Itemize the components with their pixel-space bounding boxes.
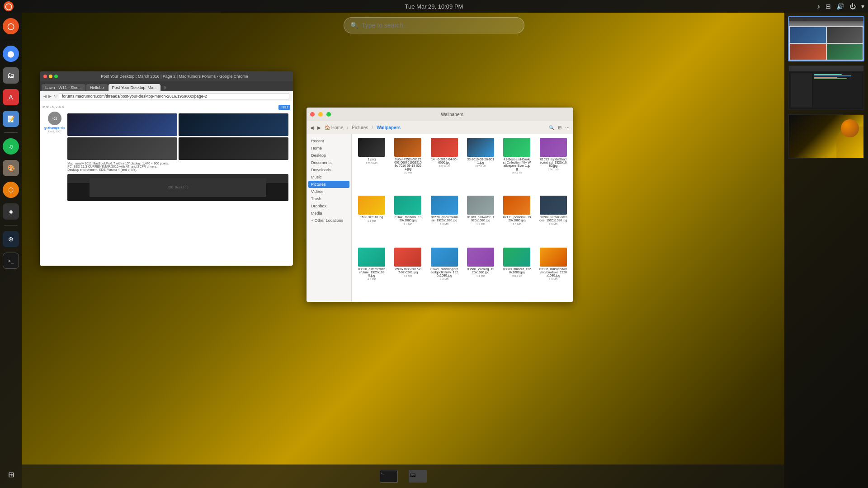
chrome-tab-2[interactable]: Hellobo	[86, 84, 108, 91]
file-item-13[interactable]: 2500x1600-2015-07-02-0261.jpg 12 MB	[391, 246, 425, 299]
search-input[interactable]	[362, 22, 518, 29]
launcher-spotify[interactable]: ♫	[2, 137, 20, 155]
poster-name: grahamperrin	[44, 126, 65, 129]
nav-back-icon[interactable]: ◀	[310, 125, 314, 130]
sidebar-pictures[interactable]: Pictures	[308, 181, 349, 188]
minimize-button[interactable]	[318, 112, 323, 117]
file-item-15[interactable]: 03660_learning_1920x1080.jpg 1.1 MB	[463, 246, 498, 299]
file-item-17[interactable]: 03996_milkweedwaving bowlake_1920x1080.j…	[536, 246, 571, 299]
refresh-icon[interactable]: ↻	[53, 94, 57, 99]
file-name: 03880_timeout_1920x1080.jpg	[503, 267, 531, 274]
launcher-terminal[interactable]: >_	[2, 252, 20, 270]
files-toolbar: ◀ ▶ 🏠 Home / Pictures / Wallpapers 🔍 ⊞ ⋯	[307, 121, 573, 134]
file-item-5[interactable]: 01693_lightInShadecontrast_1920x1080.jpg…	[536, 136, 571, 192]
sidebar-media[interactable]: Media	[308, 210, 349, 217]
new-tab-button[interactable]: +	[161, 84, 169, 91]
launcher-divider-1	[4, 40, 18, 40]
file-thumbnail	[467, 196, 494, 215]
file-item-10[interactable]: 02111_powerful_1920x1080.jpg 1.5 MB	[500, 194, 534, 244]
file-name: 02111_powerful_1920x1080.jpg	[503, 216, 531, 222]
view-icon[interactable]: ⊞	[558, 125, 561, 130]
right-thumb-3d[interactable]	[788, 114, 864, 159]
file-name: 03310_glimmerofthefuture_1920x1080.jpg	[358, 267, 386, 277]
launcher-unity[interactable]: ◈	[2, 202, 20, 221]
launcher-text-editor[interactable]: 📝	[2, 110, 20, 128]
volume-icon[interactable]: 🔊	[836, 3, 844, 10]
launcher-apps-grid[interactable]: ⊞	[2, 465, 20, 483]
forward-icon[interactable]: ▶	[48, 94, 52, 99]
file-item-12[interactable]: 03310_glimmerofthefuture_1920x1080.jpg 4…	[354, 246, 389, 299]
file-item-2[interactable]: 14_-6-2016-04-06-6066.jpg 102.6 kB	[427, 136, 462, 192]
search-icon: 🔍	[350, 22, 358, 29]
file-item-7[interactable]: 01640_thedock_1920x1080.jpg 3.4 MB	[391, 194, 425, 244]
launcher: ◯ ⬤ 🗂 A 📝 ♫ 🎨 ⬡	[0, 13, 22, 488]
breadcrumb-pictures[interactable]: Pictures	[352, 125, 368, 130]
file-size: 102.6 kB	[439, 165, 450, 168]
taskbar-files[interactable]: 🗂	[405, 468, 430, 484]
launcher-ubuntu[interactable]: ◯	[2, 17, 20, 35]
file-item-4[interactable]: 41-Best-and-Coolest-Collection-40+ Wallp…	[500, 136, 534, 192]
post-body: Mac: nearly 2011 MacBookPro8,7 with a 15…	[67, 112, 288, 201]
window-icon[interactable]: ⊟	[826, 3, 831, 10]
chrome-titlebar: Post Your Desktop:: March 2016 | Page 2 …	[40, 71, 293, 81]
launcher-gimp[interactable]: 🎨	[2, 159, 20, 177]
file-size: 2.9 MB	[549, 278, 557, 281]
chrome-tab-1[interactable]: Lawn - W11 - Skie...	[42, 84, 85, 91]
file-item-8[interactable]: 01570_glaciersunrise_1920x1080.jpg 3.6 M…	[427, 194, 462, 244]
chrome-tab-3[interactable]: Post Your Desktop: Ma...	[108, 84, 160, 91]
sidebar-home[interactable]: Home	[308, 145, 349, 152]
file-item-11[interactable]: 02207_versailleVerdes_1920x1080.jpg 2.9 …	[536, 194, 571, 244]
file-size: 967.1 kB	[512, 171, 523, 174]
file-item-3[interactable]: 33-2016-03-26-0011.jpg 617.8 kB	[463, 136, 498, 192]
sidebar-other[interactable]: + Other Locations	[308, 217, 349, 224]
file-item-14[interactable]: 03422_standingintheedgeofinfinity_1920x1…	[427, 246, 462, 299]
breadcrumb-wallpapers[interactable]: Wallpapers	[377, 125, 401, 130]
panel-right: ♪ ⊟ 🔊 ⏻ ▾	[817, 3, 864, 10]
taskbar-terminal-thumb: >_	[380, 470, 398, 483]
launcher-software[interactable]: A	[2, 88, 20, 106]
sidebar-videos[interactable]: Videos	[308, 188, 349, 195]
sidebar-documents[interactable]: Documents	[308, 159, 349, 166]
chevron-down-icon[interactable]: ▾	[861, 3, 864, 10]
sidebar-desktop[interactable]: Desktop	[308, 152, 349, 159]
close-button[interactable]	[310, 112, 315, 117]
sidebar-trash[interactable]: Trash	[308, 195, 349, 202]
sidebar-music[interactable]: Music	[308, 174, 349, 181]
nav-forward-icon[interactable]: ▶	[317, 125, 321, 130]
launcher-blender[interactable]: ⬡	[2, 181, 20, 199]
taskbar-terminal[interactable]: >_	[376, 468, 401, 484]
sidebar-dropbox[interactable]: Dropbox	[308, 202, 349, 210]
launcher-chrome[interactable]: ⬤	[2, 45, 20, 63]
file-thumbnail	[503, 248, 530, 267]
music-icon[interactable]: ♪	[817, 3, 820, 10]
file-item-1[interactable]: 7e0e44552a60125093 0607019029159c 7016-0…	[391, 136, 425, 192]
right-thumb-terminal[interactable]	[788, 65, 864, 110]
file-item-6[interactable]: 1588.XPS16.jpg 1.1 MB	[354, 194, 389, 244]
sidebar-downloads[interactable]: Downloads	[308, 166, 349, 174]
breadcrumb-home[interactable]: 🏠 Home	[325, 125, 343, 130]
search-files-icon[interactable]: 🔍	[549, 125, 554, 130]
chrome-address-bar[interactable]: ◀ ▶ ↻ forums.macrumors.com/threads/post-…	[40, 91, 293, 101]
power-icon[interactable]: ⏻	[849, 3, 856, 10]
more-icon[interactable]: ⋯	[565, 125, 570, 130]
file-thumbnail	[358, 248, 385, 267]
launcher-steam[interactable]: ⊛	[2, 230, 20, 248]
sidebar-recent[interactable]: Recent	[308, 137, 349, 145]
url-text: forums.macrumors.com/threads/post-your-d…	[59, 93, 289, 99]
files-window-thumb[interactable]: Wallpapers ◀ ▶ 🏠 Home / Pictures / Wallp…	[307, 108, 573, 302]
file-item-16[interactable]: 03880_timeout_1920x1080.jpg 699.7 kB	[500, 246, 534, 299]
right-thumb-browser[interactable]	[788, 16, 864, 61]
maximize-button[interactable]	[326, 112, 331, 117]
file-item-9[interactable]: 01763_badwater_1920x1080.jpg 1.9 MB	[463, 194, 498, 244]
file-size: 617.8 kB	[475, 165, 486, 168]
desktop-screenshots-grid	[67, 113, 288, 160]
back-icon[interactable]: ◀	[43, 94, 47, 99]
forum-post: 405 grahamperrin Jun 8, 2007 Mac: nearly…	[42, 110, 290, 203]
ubuntu-logo[interactable]: ◯	[4, 1, 14, 11]
launcher-files[interactable]: 🗂	[2, 66, 20, 84]
file-item-0[interactable]: 1.png 375.5 MB	[354, 136, 389, 192]
file-size: 699.7 kB	[512, 275, 523, 277]
poster-avatar: 405	[48, 112, 61, 125]
chrome-window-thumb[interactable]: Post Your Desktop:: March 2016 | Page 2 …	[40, 71, 293, 266]
post-number: #882	[278, 105, 290, 110]
